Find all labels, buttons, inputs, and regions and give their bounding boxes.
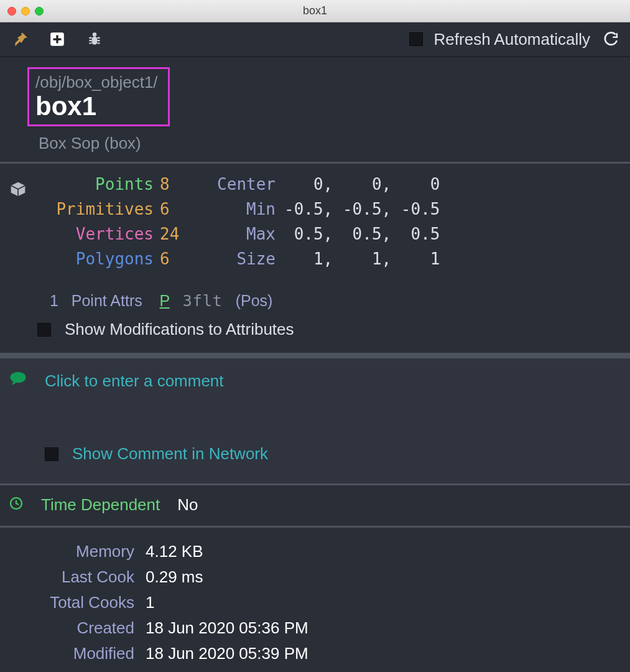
close-window-button[interactable] [7, 7, 16, 16]
comment-section: Click to enter a comment Show Comment in… [0, 358, 630, 485]
geometry-section: Points 8 Center 0, 0, 0 Primitives 6 Min… [0, 164, 630, 279]
info-toolbar: Refresh Automatically [0, 22, 630, 57]
created-label: Created [0, 618, 134, 638]
lastcook-label: Last Cook [0, 567, 134, 587]
point-attrs-row: 1 Point Attrs P 3flt (Pos) [0, 279, 630, 310]
memory-label: Memory [0, 542, 134, 561]
geometry-icon [7, 179, 29, 200]
points-label: Points [51, 175, 160, 194]
show-modifications-label: Show Modifications to Attributes [65, 320, 294, 339]
min-value: -0.5, -0.5, -0.5 [284, 200, 508, 218]
show-modifications-row: Show Modifications to Attributes [0, 310, 630, 353]
show-comment-network-label: Show Comment in Network [72, 444, 268, 464]
max-label: Max [197, 225, 284, 243]
max-value: 0.5, 0.5, 0.5 [284, 225, 508, 243]
size-value: 1, 1, 1 [284, 250, 508, 268]
center-value: 0, 0, 0 [284, 175, 508, 194]
plus-icon[interactable] [49, 30, 66, 48]
min-label: Min [197, 200, 284, 218]
totalcooks-value: 1 [146, 593, 630, 612]
attr-pos: (Pos) [236, 292, 273, 309]
refresh-auto-checkbox[interactable] [409, 32, 423, 46]
attr-flt: 3flt [183, 292, 223, 310]
created-value: 18 Jun 2020 05:36 PM [146, 618, 630, 638]
clock-icon [9, 496, 24, 515]
modified-label: Modified [0, 644, 134, 663]
svg-rect-2 [92, 37, 98, 45]
time-dependent-label: Time Dependent [41, 495, 160, 515]
comment-icon [9, 370, 27, 392]
show-comment-network-checkbox[interactable] [45, 447, 58, 461]
attrs-label: Point Attrs [72, 292, 142, 309]
polygons-value: 6 [160, 250, 197, 268]
lastcook-value: 0.29 ms [146, 567, 630, 587]
pin-icon[interactable] [11, 30, 29, 48]
primitives-value: 6 [160, 200, 197, 218]
modified-value: 18 Jun 2020 05:39 PM [146, 644, 630, 663]
center-label: Center [197, 175, 284, 194]
minimize-window-button[interactable] [21, 7, 30, 16]
node-type: Box Sop (box) [39, 134, 603, 153]
points-value: 8 [160, 175, 197, 194]
totalcooks-label: Total Cooks [0, 593, 134, 612]
refresh-auto-label: Refresh Automatically [434, 30, 590, 49]
svg-point-1 [93, 32, 97, 37]
bug-icon[interactable] [86, 30, 103, 48]
vertices-label: Vertices [51, 225, 160, 243]
cook-info-section: Memory 4.12 KB Last Cook 0.29 ms Total C… [0, 528, 630, 666]
geometry-stats: Points 8 Center 0, 0, 0 Primitives 6 Min… [51, 175, 508, 268]
zoom-window-button[interactable] [35, 7, 44, 16]
node-path-box: /obj/box_object1/ box1 [27, 67, 170, 126]
show-modifications-checkbox[interactable] [37, 323, 51, 337]
window-titlebar: box1 [0, 0, 630, 22]
node-header: /obj/box_object1/ box1 Box Sop (box) [0, 57, 630, 164]
primitives-label: Primitives [51, 200, 160, 218]
polygons-label: Polygons [51, 250, 160, 268]
comment-input[interactable]: Click to enter a comment [45, 371, 224, 391]
attrs-count: 1 [50, 292, 58, 309]
memory-value: 4.12 KB [146, 542, 630, 561]
time-dependent-value: No [177, 495, 198, 515]
size-label: Size [197, 250, 284, 268]
window-title: box1 [0, 4, 630, 17]
node-name: box1 [35, 92, 158, 121]
vertices-value: 24 [160, 225, 197, 243]
traffic-lights [7, 7, 44, 16]
attr-p[interactable]: P [160, 292, 170, 309]
refresh-icon[interactable] [601, 30, 619, 48]
svg-point-3 [11, 372, 26, 383]
time-dependent-section: Time Dependent No [0, 485, 630, 528]
node-path: /obj/box_object1/ [35, 73, 158, 92]
